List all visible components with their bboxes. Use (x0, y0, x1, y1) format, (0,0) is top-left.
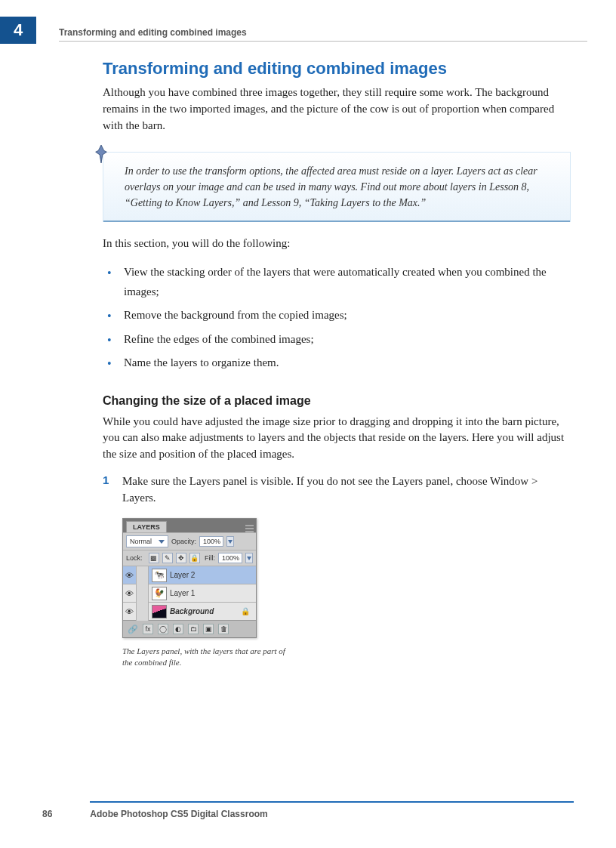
panel-tab-row: LAYERS (123, 519, 256, 532)
main-content: Transforming and editing combined images… (103, 59, 571, 668)
fx-icon[interactable]: fx (143, 624, 153, 634)
note-text: In order to use the transform options, t… (125, 165, 537, 208)
step-1: 1 Make sure the Layers panel is visible.… (103, 473, 571, 507)
lock-transparency-icon[interactable]: ▩ (149, 553, 159, 563)
list-item: Name the layers to organize them. (103, 353, 571, 373)
running-head: Transforming and editing combined images (59, 27, 587, 42)
layers-tab[interactable]: LAYERS (126, 521, 167, 532)
panel-menu-icon[interactable] (245, 522, 256, 532)
layer-thumbnail[interactable] (152, 605, 167, 618)
lock-pixels-icon[interactable]: ✎ (162, 553, 173, 563)
adjustment-icon[interactable]: ◐ (173, 624, 183, 634)
list-intro: In this section, you will do the followi… (103, 236, 571, 252)
fill-stepper[interactable] (245, 553, 253, 563)
chevron-down-icon (159, 540, 165, 544)
blend-mode-value: Normal (130, 538, 152, 545)
mask-icon[interactable]: ◯ (158, 624, 168, 634)
link-layers-icon[interactable]: 🔗 (128, 624, 138, 634)
subsection-title: Changing the size of a placed image (103, 394, 571, 408)
layer-row[interactable]: 👁 🐓 Layer 1 (123, 584, 256, 602)
step-text: Make sure the Layers panel is visible. I… (122, 473, 571, 507)
list-item: Refine the edges of the combined images; (103, 330, 571, 350)
list-item: Remove the background from the copied im… (103, 306, 571, 325)
visibility-toggle[interactable]: 👁 (123, 603, 137, 621)
layer-row[interactable]: 👁 🐄 Layer 2 (123, 566, 256, 584)
lock-fill-row: Lock: ▩ ✎ ✥ 🔒 Fill: 100% (123, 550, 256, 566)
layer-name[interactable]: Layer 1 (170, 589, 195, 597)
layers-panel: LAYERS Normal Opacity: 100% Lock: ▩ ✎ ✥ … (122, 518, 257, 638)
opacity-field[interactable]: 100% (199, 536, 223, 547)
blend-opacity-row: Normal Opacity: 100% (123, 532, 256, 550)
lock-label: Lock: (126, 554, 143, 562)
lock-all-icon[interactable]: 🔒 (189, 553, 200, 563)
visibility-toggle[interactable]: 👁 (123, 566, 137, 584)
page-footer: 86 Adobe Photoshop CS5 Digital Classroom (0, 801, 574, 819)
link-cell[interactable] (137, 603, 149, 621)
trash-icon[interactable]: 🗑 (218, 624, 229, 634)
pushpin-icon (93, 143, 109, 165)
lock-position-icon[interactable]: ✥ (176, 553, 186, 563)
new-layer-icon[interactable]: ▣ (203, 624, 214, 634)
step-number: 1 (103, 473, 122, 507)
bullet-list: View the stacking order of the layers th… (103, 263, 571, 373)
blend-mode-select[interactable]: Normal (126, 535, 168, 547)
figure-layers-panel: LAYERS Normal Opacity: 100% Lock: ▩ ✎ ✥ … (122, 518, 571, 668)
lock-icons: ▩ ✎ ✥ 🔒 (149, 553, 200, 563)
lock-icon: 🔒 (241, 607, 250, 615)
layer-thumbnail[interactable]: 🐓 (152, 587, 167, 600)
list-item: View the stacking order of the layers th… (103, 263, 571, 301)
book-title: Adobe Photoshop CS5 Digital Classroom (90, 801, 574, 819)
section-intro: Although you have combined three images … (103, 85, 571, 134)
note-callout: In order to use the transform options, t… (103, 152, 571, 222)
subsection-body: While you could have adjusted the image … (103, 414, 571, 463)
section-title: Transforming and editing combined images (103, 59, 571, 79)
layer-name[interactable]: Background (170, 607, 214, 615)
fill-label: Fill: (205, 554, 215, 562)
chapter-badge: 4 (0, 17, 36, 44)
figure-caption: The Layers panel, with the layers that a… (122, 646, 296, 668)
layer-name[interactable]: Layer 2 (170, 571, 195, 579)
link-cell[interactable] (137, 584, 149, 603)
opacity-stepper[interactable] (226, 536, 234, 547)
page-number: 86 (0, 801, 90, 819)
layer-row[interactable]: 👁 Background 🔒 (123, 602, 256, 620)
opacity-label: Opacity: (171, 538, 196, 545)
visibility-toggle[interactable]: 👁 (123, 584, 137, 603)
panel-footer: 🔗 fx ◯ ◐ 🗀 ▣ 🗑 (123, 620, 256, 637)
fill-field[interactable]: 100% (218, 553, 242, 563)
layer-thumbnail[interactable]: 🐄 (152, 569, 167, 582)
link-cell[interactable] (137, 566, 149, 584)
group-icon[interactable]: 🗀 (188, 624, 199, 634)
